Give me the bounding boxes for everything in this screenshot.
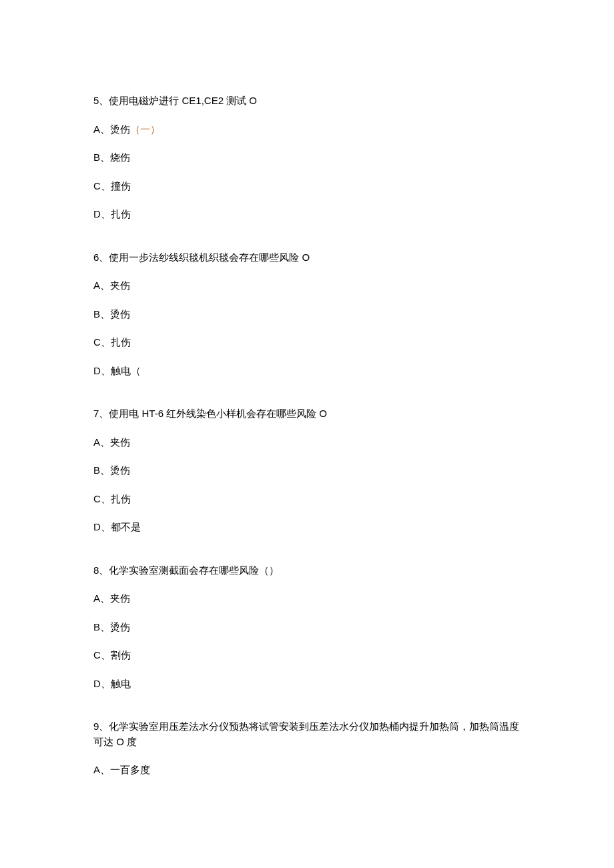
option-text: A、夹伤 [93,436,130,448]
question-stem: 5、使用电磁炉进行 CE1,CE2 测试 O [93,93,521,109]
option-c: C、扎伤 [93,492,521,507]
option-text: C、撞伤 [93,180,131,191]
option-text: D、触电 [93,678,131,689]
option-text: D、都不是 [93,521,141,532]
option-text: A、夹伤 [93,280,130,291]
option-d: D、扎伤 [93,207,521,222]
option-a: A、夹伤 [93,591,521,606]
question-stem: 9、化学实验室用压差法水分仪预热将试管安装到压差法水分仪加热桶内提升加热筒，加热… [93,719,521,749]
option-a: A、烫伤（一） [93,122,521,137]
question-6: 6、使用一步法纱线织毯机织毯会存在哪些风险 O A、夹伤 B、烫伤 C、扎伤 D… [93,250,521,379]
option-text: D、触电（ [93,365,141,376]
option-b: B、烧伤 [93,150,521,165]
option-text: A、夹伤 [93,592,130,604]
option-d: D、触电 [93,677,521,692]
option-text: B、烧伤 [93,151,130,163]
option-b: B、烫伤 [93,307,521,322]
option-a: A、夹伤 [93,435,521,450]
option-text: A、烫伤 [93,123,130,135]
option-d: D、触电（ [93,364,521,379]
option-text: B、烫伤 [93,308,130,320]
question-stem: 6、使用一步法纱线织毯机织毯会存在哪些风险 O [93,250,521,266]
option-text: D、扎伤 [93,208,131,220]
question-9: 9、化学实验室用压差法水分仪预热将试管安装到压差法水分仪加热桶内提升加热筒，加热… [93,719,521,778]
option-c: C、撞伤 [93,179,521,194]
question-7: 7、使用电 HT-6 红外线染色小样机会存在哪些风险 O A、夹伤 B、烫伤 C… [93,406,521,535]
answer-mark: （一） [130,123,160,135]
question-8: 8、化学实验室测截面会存在哪些风险（） A、夹伤 B、烫伤 C、割伤 D、触电 [93,563,521,692]
option-a: A、一百多度 [93,763,521,778]
option-b: B、烫伤 [93,620,521,635]
option-text: B、烫伤 [93,621,130,632]
document-page: 5、使用电磁炉进行 CE1,CE2 测试 O A、烫伤（一） B、烧伤 C、撞伤… [0,0,614,868]
option-b: B、烫伤 [93,463,521,478]
option-text: C、扎伤 [93,493,131,504]
option-d: D、都不是 [93,520,521,535]
option-text: A、一百多度 [93,764,150,775]
option-c: C、扎伤 [93,335,521,350]
question-5: 5、使用电磁炉进行 CE1,CE2 测试 O A、烫伤（一） B、烧伤 C、撞伤… [93,93,521,222]
option-c: C、割伤 [93,648,521,663]
option-text: B、烫伤 [93,464,130,476]
option-text: C、割伤 [93,649,131,661]
question-stem: 8、化学实验室测截面会存在哪些风险（） [93,563,521,578]
question-stem: 7、使用电 HT-6 红外线染色小样机会存在哪些风险 O [93,406,521,422]
option-text: C、扎伤 [93,336,131,348]
option-a: A、夹伤 [93,278,521,294]
